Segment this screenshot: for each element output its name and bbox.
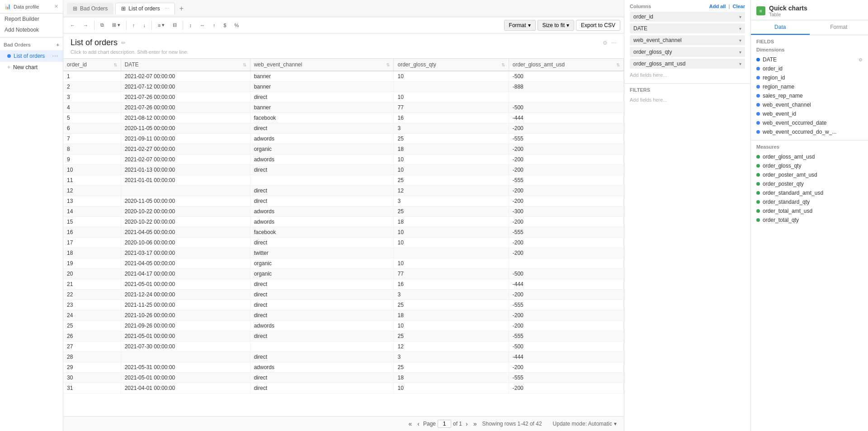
list-orders-more[interactable]: ⋯	[52, 52, 58, 60]
add-filters-field[interactable]: Add fields here...	[630, 95, 745, 104]
cell-order_id: 10	[63, 165, 121, 175]
qc-tab-format[interactable]: Format	[810, 20, 868, 35]
size-to-fit-label: Size to fit	[542, 22, 565, 28]
tab-list-orders[interactable]: ⊞ List of orders ⋯	[115, 3, 175, 14]
measures-label: Measures	[756, 144, 863, 150]
table-footer: « ‹ Page of 1 › » Showing rows 1-42 of 4…	[63, 416, 624, 431]
format-button[interactable]: Format ▾	[504, 20, 536, 31]
cell-web_event_channel	[250, 342, 394, 352]
add-section-icon[interactable]: +	[57, 42, 59, 47]
add-tab-button[interactable]: +	[177, 3, 186, 14]
table-row: 252021-09-26 00:00:00adwords10-200	[63, 321, 624, 331]
th-channel[interactable]: web_event_channel ⇅	[250, 59, 394, 71]
chip-qty[interactable]: order_gloss_qty ▾	[630, 47, 745, 57]
cell-order_gloss_amt_usd: -555	[509, 175, 623, 186]
cell-order_gloss_amt_usd: -200	[509, 321, 623, 331]
measure-gloss-qty[interactable]: order_gloss_qty	[756, 161, 863, 170]
filter-button[interactable]: ≡ ▾	[155, 20, 168, 30]
pivot-btn2[interactable]: ↔	[197, 21, 208, 30]
clear-link[interactable]: Clear	[732, 4, 745, 9]
more-options-icon[interactable]: ⋯	[611, 40, 617, 46]
measure-gloss-amt[interactable]: order_gloss_amt_usd	[756, 152, 863, 161]
measure-poster-amt[interactable]: order_poster_amt_usd	[756, 170, 863, 179]
size-to-fit-button[interactable]: Size to fit ▾	[538, 20, 574, 31]
next-page-button[interactable]: ›	[464, 419, 470, 428]
content-area: List of orders ✏ ⚙ ⋯ Click to add chart …	[63, 33, 624, 431]
data-table-wrapper[interactable]: order_id ⇅ DATE ⇅ web_ev	[63, 58, 624, 416]
tab-bad-orders[interactable]: ⊞ Bad Orders	[67, 3, 113, 14]
dim-region-id[interactable]: region_id	[756, 73, 863, 82]
edit-title-icon[interactable]: ✏	[121, 40, 126, 46]
th-amt[interactable]: order_gloss_amt_usd ⇅	[509, 59, 623, 71]
add-notebook-link[interactable]: Add Notebook	[0, 24, 63, 35]
table-row: 172020-10-06 00:00:00direct10-200	[63, 238, 624, 248]
sidebar-close-icon[interactable]: ✕	[54, 4, 58, 9]
add-columns-field[interactable]: Add fields here...	[630, 70, 745, 80]
chip-amt[interactable]: order_gloss_amt_usd ▾	[630, 59, 745, 69]
cell-DATE: 2021-02-07 00:00:00	[121, 71, 250, 82]
dim-occurred-date[interactable]: web_event_occurred_date	[756, 118, 863, 127]
measure-standard-qty-label: order_standard_qty	[763, 199, 810, 205]
th-qty[interactable]: order_gloss_qty ⇅	[394, 59, 509, 71]
view-button[interactable]: ⊞ ▾	[109, 20, 123, 30]
dim-occurred-dow[interactable]: web_event_occurred_do_w_...	[756, 127, 863, 136]
cell-web_event_channel: direct	[250, 290, 394, 300]
dim-web-channel[interactable]: web_event_channel	[756, 100, 863, 109]
measure-total-amt[interactable]: order_total_amt_usd	[756, 206, 863, 216]
measure-total-qty[interactable]: order_total_qty	[756, 216, 863, 225]
cell-web_event_channel: direct	[250, 331, 394, 342]
measure-poster-qty[interactable]: order_poster_qty	[756, 179, 863, 188]
chip-order-id[interactable]: order_id ▾	[630, 12, 745, 22]
dollar-button[interactable]: $	[220, 21, 229, 30]
sort-asc-button[interactable]: ↑	[129, 21, 138, 30]
th-order-id[interactable]: order_id ⇅	[63, 59, 121, 71]
chip-date[interactable]: DATE ▾	[630, 23, 745, 33]
cell-web_event_channel: direct	[250, 165, 394, 175]
dim-order-id[interactable]: order_id	[756, 64, 863, 73]
page-input[interactable]	[438, 420, 451, 428]
sort-qty[interactable]: ⇅	[501, 62, 505, 67]
tab-list-orders-close[interactable]: ⋯	[165, 6, 169, 11]
cell-web_event_channel: direct	[250, 352, 394, 362]
dim-sales-rep[interactable]: sales_rep_name	[756, 91, 863, 100]
sort-date[interactable]: ⇅	[243, 62, 246, 67]
sort-channel[interactable]: ⇅	[386, 62, 390, 67]
column-button[interactable]: ⊟	[170, 20, 180, 30]
dim-region-name[interactable]: region_name	[756, 82, 863, 91]
sort-order-id[interactable]: ⇅	[113, 62, 117, 67]
sort-desc-button[interactable]: ↓	[140, 21, 149, 30]
cell-DATE: 2021-07-12 00:00:00	[121, 82, 250, 92]
export-csv-button[interactable]: Export to CSV	[576, 20, 620, 31]
dim-web-event-id[interactable]: web_event_id	[756, 109, 863, 118]
chip-channel[interactable]: web_event_channel ▾	[630, 35, 745, 45]
calc-button[interactable]: ↑	[210, 21, 219, 30]
back-button[interactable]: ←	[67, 21, 78, 30]
copy-button[interactable]: ⧉	[97, 20, 107, 30]
cell-order_gloss_amt_usd: -444	[509, 113, 623, 123]
measure-standard-qty[interactable]: order_standard_qty	[756, 197, 863, 206]
prev-page-button[interactable]: ‹	[415, 419, 421, 428]
cell-order_gloss_qty: 10	[394, 71, 509, 82]
cell-order_gloss_qty: 10	[394, 238, 509, 248]
qc-title: Quick charts	[769, 5, 807, 12]
forward-button[interactable]: →	[80, 21, 91, 30]
cell-web_event_channel	[250, 175, 394, 186]
export-label: Export to CSV	[581, 22, 615, 28]
dim-date[interactable]: DATE ⚙	[756, 55, 863, 64]
last-page-button[interactable]: »	[472, 419, 479, 428]
sort-amt[interactable]: ⇅	[616, 62, 620, 67]
qc-tab-data[interactable]: Data	[751, 20, 810, 35]
dim-occurred-date-label: web_event_occurred_date	[763, 120, 826, 126]
dim-date-settings[interactable]: ⚙	[859, 57, 863, 62]
add-all-link[interactable]: Add all	[709, 4, 726, 9]
new-chart-item[interactable]: + New chart	[0, 62, 63, 73]
first-page-button[interactable]: «	[407, 419, 414, 428]
measure-standard-amt[interactable]: order_standard_amt_usd	[756, 188, 863, 197]
list-of-orders-item[interactable]: List of orders ⋯	[0, 50, 63, 62]
percent-button[interactable]: %	[231, 21, 242, 30]
pivot-button[interactable]: ↕	[186, 21, 195, 30]
cell-DATE: 2021-05-01 00:00:00	[121, 331, 250, 342]
th-date[interactable]: DATE ⇅	[121, 59, 250, 71]
report-builder-link[interactable]: Report Builder	[0, 14, 63, 24]
settings-icon[interactable]: ⚙	[603, 40, 608, 46]
